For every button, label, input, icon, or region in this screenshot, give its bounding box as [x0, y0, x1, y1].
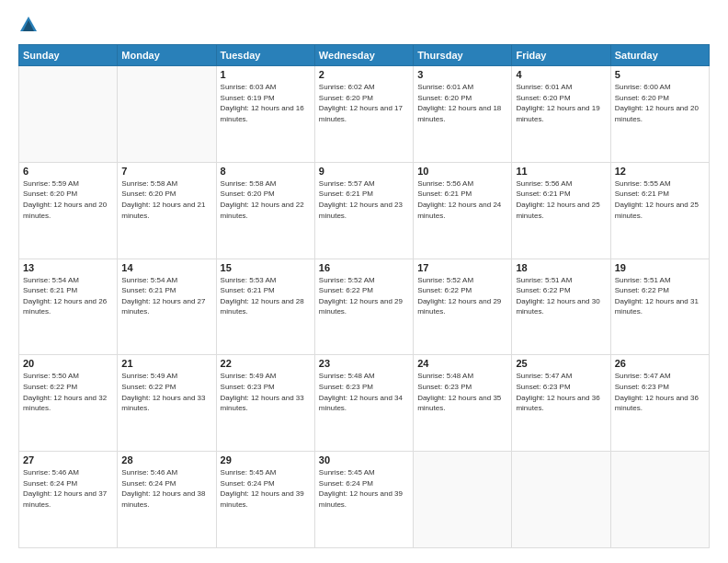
calendar-cell: 17Sunrise: 5:52 AM Sunset: 6:22 PM Dayli…: [414, 259, 512, 355]
day-number: 13: [23, 262, 113, 273]
day-number: 10: [417, 166, 507, 177]
day-number: 18: [516, 262, 606, 273]
day-info: Sunrise: 5:47 AM Sunset: 6:23 PM Dayligh…: [615, 371, 705, 413]
calendar-cell: 23Sunrise: 5:48 AM Sunset: 6:23 PM Dayli…: [314, 355, 413, 452]
day-info: Sunrise: 5:51 AM Sunset: 6:22 PM Dayligh…: [516, 275, 606, 317]
day-info: Sunrise: 5:55 AM Sunset: 6:21 PM Dayligh…: [615, 178, 705, 221]
day-info: Sunrise: 5:53 AM Sunset: 6:21 PM Dayligh…: [221, 275, 311, 317]
day-info: Sunrise: 5:50 AM Sunset: 6:22 PM Dayligh…: [23, 371, 113, 413]
day-number: 22: [221, 358, 311, 369]
day-number: 11: [516, 166, 606, 177]
day-info: Sunrise: 5:57 AM Sunset: 6:21 PM Dayligh…: [319, 178, 409, 221]
weekday-header-wednesday: Wednesday: [314, 45, 413, 66]
day-number: 2: [319, 69, 409, 80]
day-number: 26: [615, 358, 705, 369]
calendar-cell: 10Sunrise: 5:56 AM Sunset: 6:21 PM Dayli…: [414, 162, 512, 259]
day-info: Sunrise: 5:52 AM Sunset: 6:22 PM Dayligh…: [319, 275, 409, 317]
day-info: Sunrise: 5:48 AM Sunset: 6:23 PM Dayligh…: [319, 371, 409, 413]
calendar-week-row: 27Sunrise: 5:46 AM Sunset: 6:24 PM Dayli…: [19, 452, 710, 548]
day-info: Sunrise: 5:51 AM Sunset: 6:22 PM Dayligh…: [615, 275, 705, 317]
calendar-cell: 19Sunrise: 5:51 AM Sunset: 6:22 PM Dayli…: [610, 259, 709, 355]
day-number: 1: [221, 69, 311, 80]
day-info: Sunrise: 5:46 AM Sunset: 6:24 PM Dayligh…: [23, 467, 113, 510]
day-info: Sunrise: 5:48 AM Sunset: 6:23 PM Dayligh…: [417, 371, 507, 413]
day-number: 30: [319, 454, 409, 465]
day-number: 8: [221, 166, 311, 177]
day-number: 20: [23, 358, 113, 369]
calendar-cell: 5Sunrise: 6:00 AM Sunset: 6:20 PM Daylig…: [610, 66, 709, 163]
day-info: Sunrise: 6:02 AM Sunset: 6:20 PM Dayligh…: [319, 82, 409, 124]
calendar-week-row: 1Sunrise: 6:03 AM Sunset: 6:19 PM Daylig…: [19, 66, 710, 163]
weekday-header-monday: Monday: [118, 45, 216, 66]
calendar-cell: 14Sunrise: 5:54 AM Sunset: 6:21 PM Dayli…: [118, 259, 216, 355]
day-number: 6: [23, 166, 113, 177]
day-info: Sunrise: 6:01 AM Sunset: 6:20 PM Dayligh…: [417, 82, 507, 124]
calendar-week-row: 6Sunrise: 5:59 AM Sunset: 6:20 PM Daylig…: [19, 162, 710, 259]
logo: [18, 15, 46, 35]
day-number: 17: [417, 262, 507, 273]
day-number: 29: [221, 454, 311, 465]
calendar-cell: 12Sunrise: 5:55 AM Sunset: 6:21 PM Dayli…: [610, 162, 709, 259]
calendar-cell: 29Sunrise: 5:45 AM Sunset: 6:24 PM Dayli…: [216, 452, 314, 548]
day-info: Sunrise: 5:49 AM Sunset: 6:23 PM Dayligh…: [221, 371, 311, 413]
day-info: Sunrise: 5:56 AM Sunset: 6:21 PM Dayligh…: [516, 178, 606, 221]
page: SundayMondayTuesdayWednesdayThursdayFrid…: [0, 0, 728, 563]
day-info: Sunrise: 5:59 AM Sunset: 6:20 PM Dayligh…: [23, 178, 113, 221]
header: [18, 15, 710, 35]
day-info: Sunrise: 6:00 AM Sunset: 6:20 PM Dayligh…: [615, 82, 705, 124]
day-number: 4: [516, 69, 606, 80]
calendar-week-row: 13Sunrise: 5:54 AM Sunset: 6:21 PM Dayli…: [19, 259, 710, 355]
day-info: Sunrise: 5:58 AM Sunset: 6:20 PM Dayligh…: [221, 178, 311, 221]
day-number: 24: [417, 358, 507, 369]
day-number: 19: [615, 262, 705, 273]
day-info: Sunrise: 5:45 AM Sunset: 6:24 PM Dayligh…: [319, 467, 409, 510]
day-info: Sunrise: 5:54 AM Sunset: 6:21 PM Dayligh…: [23, 275, 113, 317]
day-number: 21: [121, 358, 211, 369]
calendar-cell: 13Sunrise: 5:54 AM Sunset: 6:21 PM Dayli…: [19, 259, 118, 355]
calendar-cell: 2Sunrise: 6:02 AM Sunset: 6:20 PM Daylig…: [314, 66, 413, 163]
day-info: Sunrise: 5:52 AM Sunset: 6:22 PM Dayligh…: [417, 275, 507, 317]
calendar-cell: [414, 452, 512, 548]
calendar-cell: 15Sunrise: 5:53 AM Sunset: 6:21 PM Dayli…: [216, 259, 314, 355]
weekday-header-tuesday: Tuesday: [216, 45, 314, 66]
calendar-cell: 25Sunrise: 5:47 AM Sunset: 6:23 PM Dayli…: [512, 355, 610, 452]
calendar-cell: 22Sunrise: 5:49 AM Sunset: 6:23 PM Dayli…: [216, 355, 314, 452]
day-info: Sunrise: 6:01 AM Sunset: 6:20 PM Dayligh…: [516, 82, 606, 124]
day-info: Sunrise: 5:47 AM Sunset: 6:23 PM Dayligh…: [516, 371, 606, 413]
calendar-cell: 27Sunrise: 5:46 AM Sunset: 6:24 PM Dayli…: [19, 452, 118, 548]
calendar-cell: 11Sunrise: 5:56 AM Sunset: 6:21 PM Dayli…: [512, 162, 610, 259]
day-info: Sunrise: 6:03 AM Sunset: 6:19 PM Dayligh…: [221, 82, 311, 124]
day-info: Sunrise: 5:45 AM Sunset: 6:24 PM Dayligh…: [221, 467, 311, 510]
calendar-cell: [118, 66, 216, 163]
day-number: 16: [319, 262, 409, 273]
day-info: Sunrise: 5:56 AM Sunset: 6:21 PM Dayligh…: [417, 178, 507, 221]
day-info: Sunrise: 5:58 AM Sunset: 6:20 PM Dayligh…: [121, 178, 211, 221]
calendar-week-row: 20Sunrise: 5:50 AM Sunset: 6:22 PM Dayli…: [19, 355, 710, 452]
calendar-cell: 24Sunrise: 5:48 AM Sunset: 6:23 PM Dayli…: [414, 355, 512, 452]
weekday-header-row: SundayMondayTuesdayWednesdayThursdayFrid…: [19, 45, 710, 66]
calendar-table: SundayMondayTuesdayWednesdayThursdayFrid…: [18, 44, 710, 548]
calendar-cell: [610, 452, 709, 548]
calendar-cell: [512, 452, 610, 548]
calendar-cell: 3Sunrise: 6:01 AM Sunset: 6:20 PM Daylig…: [414, 66, 512, 163]
day-number: 15: [221, 262, 311, 273]
day-number: 25: [516, 358, 606, 369]
calendar-body: 1Sunrise: 6:03 AM Sunset: 6:19 PM Daylig…: [19, 66, 710, 548]
day-number: 27: [23, 454, 113, 465]
day-info: Sunrise: 5:46 AM Sunset: 6:24 PM Dayligh…: [121, 467, 211, 510]
calendar-cell: 30Sunrise: 5:45 AM Sunset: 6:24 PM Dayli…: [314, 452, 413, 548]
day-number: 14: [121, 262, 211, 273]
day-number: 3: [417, 69, 507, 80]
day-number: 12: [615, 166, 705, 177]
weekday-header-friday: Friday: [512, 45, 610, 66]
calendar-cell: 1Sunrise: 6:03 AM Sunset: 6:19 PM Daylig…: [216, 66, 314, 163]
weekday-header-saturday: Saturday: [610, 45, 709, 66]
calendar-cell: 18Sunrise: 5:51 AM Sunset: 6:22 PM Dayli…: [512, 259, 610, 355]
calendar-cell: 21Sunrise: 5:49 AM Sunset: 6:22 PM Dayli…: [118, 355, 216, 452]
day-number: 23: [319, 358, 409, 369]
weekday-header-sunday: Sunday: [19, 45, 118, 66]
calendar-cell: 4Sunrise: 6:01 AM Sunset: 6:20 PM Daylig…: [512, 66, 610, 163]
calendar-cell: 26Sunrise: 5:47 AM Sunset: 6:23 PM Dayli…: [610, 355, 709, 452]
calendar-cell: [19, 66, 118, 163]
day-number: 28: [121, 454, 211, 465]
